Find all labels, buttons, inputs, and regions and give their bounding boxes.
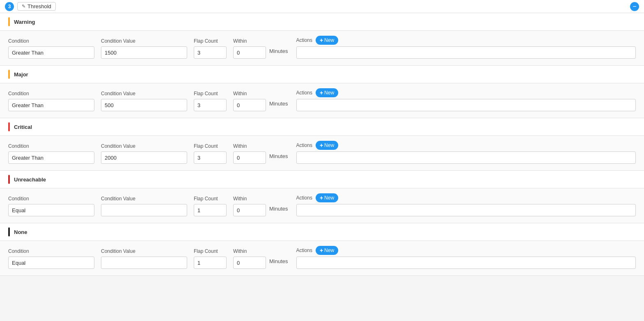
- condition-input-none[interactable]: [8, 257, 94, 269]
- plus-icon-none: +: [320, 248, 323, 253]
- condition-label-critical: Condition: [8, 143, 94, 149]
- condition-input-critical[interactable]: [8, 151, 94, 164]
- fields-row-major: Condition Condition Value Flap Count Wit…: [8, 88, 636, 111]
- plus-icon-critical: +: [320, 142, 323, 148]
- section-major: Major Condition Condition Value Flap Cou…: [0, 66, 644, 118]
- condvalue-input-unreachable[interactable]: [101, 204, 187, 216]
- section-header-major: Major: [0, 66, 644, 83]
- actions-input-critical[interactable]: [296, 151, 636, 164]
- field-group-flapcount-none: Flap Count: [194, 248, 227, 269]
- step-badge: 3: [5, 2, 14, 11]
- new-btn-label-critical: New: [324, 142, 334, 148]
- actions-label-major: Actions: [296, 90, 312, 96]
- minutes-label-unreachable: Minutes: [269, 206, 288, 214]
- actions-input-none[interactable]: [296, 257, 636, 269]
- flapcount-label-unreachable: Flap Count: [194, 196, 227, 202]
- field-group-condvalue-unreachable: Condition Value: [101, 196, 187, 216]
- section-accent-warning: [8, 17, 10, 26]
- field-group-condition-major: Condition: [8, 91, 94, 111]
- section-warning: Warning Condition Condition Value Flap C…: [0, 13, 644, 66]
- actions-input-major[interactable]: [296, 99, 636, 111]
- actions-input-warning[interactable]: [296, 46, 636, 59]
- actions-header-row-major: Actions + New: [296, 88, 636, 97]
- minutes-label-major: Minutes: [269, 101, 288, 109]
- within-input-unreachable[interactable]: [233, 204, 266, 216]
- actions-label-none: Actions: [296, 248, 312, 253]
- flapcount-input-major[interactable]: [194, 99, 227, 111]
- new-button-major[interactable]: + New: [316, 88, 338, 97]
- section-body-none: Condition Condition Value Flap Count Wit…: [0, 241, 644, 275]
- actions-header-row-critical: Actions + New: [296, 141, 636, 150]
- within-label-major: Within: [233, 91, 266, 96]
- section-none: None Condition Condition Value Flap Coun…: [0, 223, 644, 276]
- condition-label-major: Condition: [8, 91, 94, 96]
- actions-input-unreachable[interactable]: [296, 204, 636, 216]
- condvalue-input-major[interactable]: [101, 99, 187, 111]
- condition-input-major[interactable]: [8, 99, 94, 111]
- minutes-label-warning: Minutes: [269, 48, 288, 57]
- actions-group-critical: Actions + New: [296, 141, 636, 164]
- flapcount-label-warning: Flap Count: [194, 38, 227, 44]
- field-group-flapcount-major: Flap Count: [194, 91, 227, 111]
- flapcount-input-warning[interactable]: [194, 46, 227, 59]
- minutes-label-critical: Minutes: [269, 153, 288, 162]
- field-group-within-critical: Within: [233, 143, 266, 164]
- actions-group-warning: Actions + New: [296, 36, 636, 59]
- flapcount-input-unreachable[interactable]: [194, 204, 227, 216]
- section-header-none: None: [0, 223, 644, 241]
- within-input-major[interactable]: [233, 99, 266, 111]
- field-group-flapcount-warning: Flap Count: [194, 38, 227, 59]
- field-group-condition-none: Condition: [8, 248, 94, 269]
- condvalue-input-warning[interactable]: [101, 46, 187, 59]
- section-header-unreachable: Unreachable: [0, 171, 644, 188]
- within-label-warning: Within: [233, 38, 266, 44]
- within-label-unreachable: Within: [233, 196, 266, 202]
- within-input-none[interactable]: [233, 257, 266, 269]
- field-group-flapcount-unreachable: Flap Count: [194, 196, 227, 216]
- field-group-within-warning: Within: [233, 38, 266, 59]
- field-group-within-unreachable: Within: [233, 196, 266, 216]
- actions-group-none: Actions + New: [296, 246, 636, 269]
- section-accent-critical: [8, 122, 10, 131]
- flapcount-label-major: Flap Count: [194, 91, 227, 96]
- actions-label-critical: Actions: [296, 142, 312, 148]
- flapcount-input-critical[interactable]: [194, 151, 227, 164]
- within-input-warning[interactable]: [233, 46, 266, 59]
- flapcount-label-critical: Flap Count: [194, 143, 227, 149]
- tab-label-text: Threshold: [28, 3, 51, 9]
- new-button-unreachable[interactable]: + New: [316, 193, 338, 202]
- new-button-warning[interactable]: + New: [316, 36, 338, 45]
- section-header-critical: Critical: [0, 118, 644, 136]
- condition-input-warning[interactable]: [8, 46, 94, 59]
- new-button-none[interactable]: + New: [316, 246, 338, 255]
- close-button[interactable]: −: [630, 2, 639, 11]
- section-title-major: Major: [14, 71, 28, 78]
- field-group-within-none: Within: [233, 248, 266, 269]
- sections-container: Warning Condition Condition Value Flap C…: [0, 13, 644, 276]
- flapcount-input-none[interactable]: [194, 257, 227, 269]
- fields-row-none: Condition Condition Value Flap Count Wit…: [8, 246, 636, 269]
- field-group-condition-unreachable: Condition: [8, 196, 94, 216]
- minutes-label-none: Minutes: [269, 258, 288, 267]
- section-title-none: None: [14, 229, 28, 235]
- pencil-icon: ✎: [22, 4, 25, 9]
- condvalue-label-none: Condition Value: [101, 248, 187, 254]
- condition-input-unreachable[interactable]: [8, 204, 94, 216]
- field-group-condvalue-warning: Condition Value: [101, 38, 187, 59]
- flapcount-label-none: Flap Count: [194, 248, 227, 254]
- section-accent-major: [8, 70, 10, 79]
- condvalue-input-critical[interactable]: [101, 151, 187, 164]
- plus-icon-warning: +: [320, 37, 323, 43]
- section-body-critical: Condition Condition Value Flap Count Wit…: [0, 136, 644, 170]
- section-header-warning: Warning: [0, 13, 644, 31]
- threshold-tab[interactable]: ✎ Threshold: [17, 2, 56, 11]
- field-group-within-major: Within: [233, 91, 266, 111]
- field-group-flapcount-critical: Flap Count: [194, 143, 227, 164]
- condvalue-input-none[interactable]: [101, 257, 187, 269]
- field-group-condvalue-major: Condition Value: [101, 91, 187, 111]
- top-bar-left: 3 ✎ Threshold: [5, 2, 56, 11]
- condition-label-unreachable: Condition: [8, 196, 94, 202]
- new-button-critical[interactable]: + New: [316, 141, 338, 150]
- field-group-condition-critical: Condition: [8, 143, 94, 164]
- within-input-critical[interactable]: [233, 151, 266, 164]
